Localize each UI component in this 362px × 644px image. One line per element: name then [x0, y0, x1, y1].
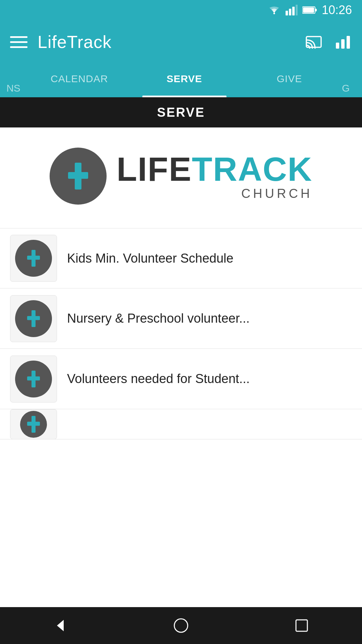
page-title: SERVE: [157, 105, 205, 120]
serve-item-nursery[interactable]: Nursery & Preschool volunteer...: [0, 288, 362, 349]
item-circle-kids: [15, 240, 52, 277]
home-button[interactable]: [168, 612, 194, 639]
logo-church: CHURCH: [117, 187, 313, 200]
header-left: LifeTrack: [10, 32, 112, 52]
svg-rect-14: [296, 620, 307, 631]
item-icon-partial: [10, 409, 57, 439]
serve-item-kids[interactable]: Kids Min. Volunteer Schedule: [0, 228, 362, 288]
serve-list: Kids Min. Volunteer Schedule Nursery & P…: [0, 221, 362, 446]
battery-icon: [302, 6, 317, 14]
cross-icon-students: [24, 370, 43, 388]
item-icon-kids: [10, 235, 57, 282]
item-label-nursery: Nursery & Preschool volunteer...: [67, 311, 250, 326]
app-title: LifeTrack: [38, 32, 112, 52]
cross-icon-nursery: [24, 309, 43, 328]
back-button[interactable]: [47, 612, 74, 639]
logo-life: LIFE: [117, 152, 192, 186]
logo-circle: [50, 148, 107, 205]
logo-container: LIFETRACK CHURCH: [50, 148, 313, 205]
tab-item-more[interactable]: G: [342, 83, 362, 97]
serve-item-students[interactable]: Volunteers needed for Student...: [0, 349, 362, 409]
svg-rect-9: [336, 43, 339, 49]
recents-button[interactable]: [288, 612, 315, 639]
item-icon-nursery: [10, 295, 57, 342]
cross-icon-kids: [24, 249, 43, 268]
tab-item-give[interactable]: GIVE: [237, 64, 342, 97]
svg-rect-2: [289, 9, 291, 15]
tab-item-calendar[interactable]: CALENDAR: [27, 64, 132, 97]
item-circle-nursery: [15, 300, 52, 337]
svg-rect-11: [347, 36, 350, 49]
app-header: LifeTrack: [0, 20, 362, 64]
tab-bar: NS CALENDAR SERVE GIVE G: [0, 64, 362, 97]
svg-marker-12: [57, 620, 64, 631]
status-icons: 10:26: [267, 3, 352, 17]
tab-item-ns[interactable]: NS: [0, 83, 27, 97]
cross-icon-partial: [24, 415, 43, 433]
page-title-bar: SERVE: [0, 97, 362, 127]
svg-point-13: [174, 619, 188, 632]
cast-icon[interactable]: [305, 33, 322, 51]
svg-rect-4: [296, 5, 298, 15]
item-circle-students: [15, 361, 52, 397]
svg-rect-3: [292, 7, 295, 15]
tab-item-serve[interactable]: SERVE: [132, 64, 237, 97]
svg-rect-7: [303, 7, 314, 13]
status-time: 10:26: [322, 3, 352, 17]
signal-icon: [286, 5, 298, 15]
header-right: [305, 33, 352, 51]
item-icon-students: [10, 356, 57, 402]
svg-point-0: [273, 13, 275, 14]
svg-rect-10: [341, 39, 345, 49]
logo-cross-icon: [63, 161, 93, 191]
serve-item-partial[interactable]: [0, 409, 362, 439]
chart-icon[interactable]: [335, 33, 352, 51]
bottom-nav: [0, 607, 362, 644]
logo-text: LIFETRACK CHURCH: [117, 152, 313, 200]
menu-button[interactable]: [10, 36, 27, 48]
wifi-icon: [267, 5, 281, 15]
status-bar: 10:26: [0, 0, 362, 20]
item-circle-partial: [20, 411, 47, 438]
item-label-students: Volunteers needed for Student...: [67, 372, 250, 386]
svg-rect-6: [315, 9, 317, 11]
svg-rect-1: [286, 11, 288, 15]
item-label-kids: Kids Min. Volunteer Schedule: [67, 251, 233, 266]
logo-section: LIFETRACK CHURCH: [0, 127, 362, 221]
logo-track: TRACK: [192, 152, 312, 186]
